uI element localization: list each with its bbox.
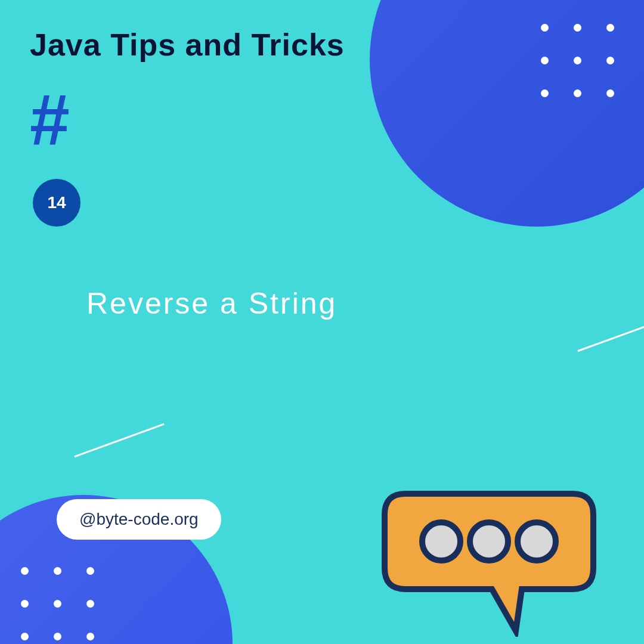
dot: [541, 24, 549, 32]
svg-point-0: [422, 522, 460, 561]
handle-badge: @byte-code.org: [57, 499, 221, 540]
tip-number-badge: 14: [33, 179, 80, 227]
dot: [86, 567, 94, 575]
decorative-dots-bottom: [21, 567, 94, 640]
dot: [574, 57, 581, 64]
dot: [574, 89, 581, 97]
tip-title: Reverse a String: [86, 286, 337, 321]
dot: [54, 567, 61, 575]
page-title: Java Tips and Tricks: [30, 27, 345, 63]
dot: [606, 57, 614, 64]
dot: [606, 24, 614, 32]
dot: [541, 89, 549, 97]
dot: [606, 89, 614, 97]
hash-icon: #: [30, 83, 70, 155]
dot: [54, 633, 61, 640]
dot: [541, 57, 549, 64]
dot: [21, 633, 29, 640]
svg-point-2: [518, 522, 556, 561]
decorative-line: [577, 324, 644, 352]
dot: [86, 633, 94, 640]
dot: [21, 567, 29, 575]
speech-bubble-icon: [382, 482, 596, 639]
decorative-line: [74, 423, 164, 458]
decorative-dots-top: [541, 24, 614, 97]
svg-point-1: [470, 522, 508, 561]
dot: [86, 600, 94, 608]
dot: [21, 600, 29, 608]
tip-number: 14: [47, 193, 66, 212]
dot: [54, 600, 61, 608]
handle-text: @byte-code.org: [79, 510, 199, 528]
dot: [574, 24, 581, 32]
